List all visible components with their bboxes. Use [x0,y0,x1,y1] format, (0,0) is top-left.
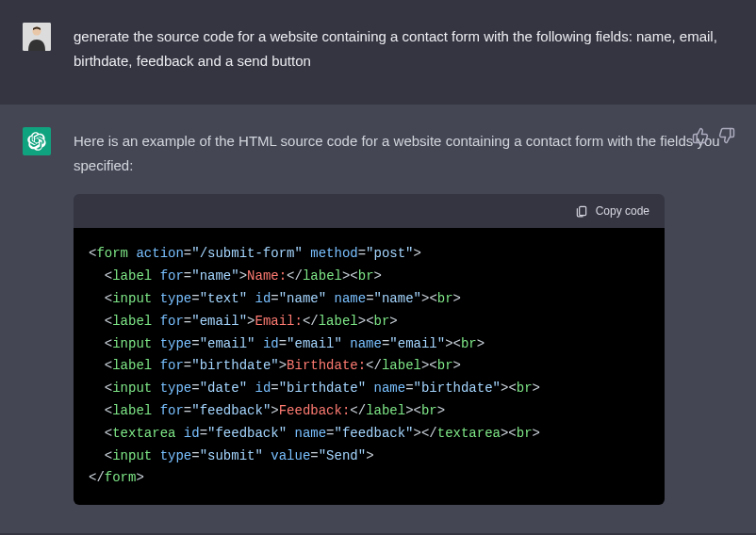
user-message: generate the source code for a website c… [74,23,733,73]
svg-rect-3 [579,207,585,216]
openai-icon [27,132,46,151]
user-turn: generate the source code for a website c… [0,0,756,105]
person-icon [23,23,51,51]
copy-code-button[interactable]: Copy code [596,202,649,220]
clipboard-icon[interactable] [575,204,588,218]
code-block: Copy code <form action="/submit-form" me… [74,194,665,505]
assistant-message: Here is an example of the HTML source co… [74,127,733,505]
assistant-avatar [23,127,51,155]
thumbs-up-icon[interactable] [692,127,709,144]
code-content: <form action="/submit-form" method="post… [74,228,665,505]
user-avatar [23,23,51,51]
assistant-turn: Here is an example of the HTML source co… [0,105,756,533]
assistant-intro-text: Here is an example of the HTML source co… [74,129,733,177]
feedback-buttons [692,127,735,144]
thumbs-down-icon[interactable] [718,127,735,144]
code-header: Copy code [74,194,665,228]
